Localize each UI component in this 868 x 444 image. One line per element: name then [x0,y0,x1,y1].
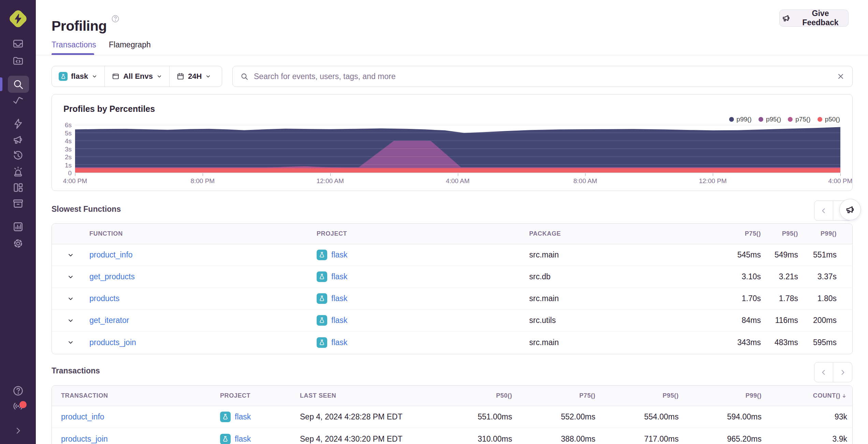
project-link[interactable]: flask [331,316,347,325]
sidebar-item-whats-new[interactable] [0,398,36,415]
y-axis-label: 1s [53,162,72,168]
column-header-project[interactable]: PROJECT [317,230,529,237]
p95-cell: 3.21s [761,272,798,281]
last-seen-cell: Sep 4, 2024 4:30:20 PM EDT [300,434,429,444]
p95-cell: 116ms [761,316,798,325]
legend-item[interactable]: p95() [758,116,781,123]
column-header-p95[interactable]: P95() [761,230,798,237]
x-axis-label: 12:00 AM [306,177,354,185]
project-link[interactable]: flask [331,338,347,347]
tab-flamegraph[interactable]: Flamegraph [109,40,151,49]
p99-cell: 1.80s [798,294,837,303]
percentiles-area-chart[interactable] [75,125,840,173]
sidebar-item-issues[interactable] [0,35,36,52]
column-header-p95[interactable]: P95() [595,392,679,399]
legend-label: p75() [795,116,810,123]
y-axis-label: 3s [53,146,72,152]
column-header-count[interactable]: COUNT() [762,392,847,399]
search-input[interactable] [253,72,832,82]
legend-dot [729,117,734,122]
expand-row-button[interactable] [52,295,89,302]
project-link[interactable]: flask [331,294,347,303]
function-link[interactable]: products_join [89,338,317,347]
date-range-filter[interactable]: 24H [170,66,218,87]
sidebar-item-dashboards[interactable] [0,179,36,196]
feedback-icon [845,205,855,215]
slowest-functions-table-header: FUNCTIONPROJECTPACKAGEP75()P95()P99() [52,224,852,244]
column-header-p75[interactable]: P75() [512,392,595,399]
project-link[interactable]: flask [235,412,251,421]
column-header-p75[interactable]: P75() [699,230,761,237]
p99-cell: 594.00ms [679,412,762,421]
transaction-row: product_infoflaskSep 4, 2024 4:28:28 PM … [52,406,852,428]
flask-project-icon [220,434,231,444]
sidebar-item-replays[interactable] [0,147,36,164]
expand-row-button[interactable] [52,339,89,346]
chevron-left-icon [820,368,828,376]
legend-item[interactable]: p99() [729,116,752,123]
expand-row-button[interactable] [52,317,89,324]
project-link[interactable]: flask [235,434,251,444]
column-header-transaction[interactable]: TRANSACTION [61,392,220,399]
function-link[interactable]: product_info [89,250,317,260]
function-link[interactable]: get_products [89,272,317,281]
flask-icon [318,295,326,302]
column-header-p99[interactable]: P99() [798,230,837,237]
project-link[interactable]: flask [331,250,347,260]
expand-row-button[interactable] [52,273,89,281]
chevron-down-icon [67,251,74,259]
project-filter[interactable]: flask [52,66,104,87]
legend-item[interactable]: p50() [818,116,840,123]
help-icon [111,14,120,23]
function-link[interactable]: products [89,294,317,303]
sidebar-item-explore[interactable] [0,76,36,93]
flask-project-icon [317,293,327,304]
help-icon[interactable] [111,14,120,23]
legend-item[interactable]: p75() [788,116,810,123]
package-cell: src.utils [529,316,699,325]
sidebar-item-traces[interactable] [0,92,36,109]
previous-page-button[interactable] [814,362,833,382]
sidebar-item-releases[interactable] [0,195,36,212]
column-header-package[interactable]: PACKAGE [529,230,699,237]
feedback-fab-button[interactable] [839,199,861,220]
column-header-p99[interactable]: P99() [679,392,762,399]
column-header-function[interactable]: FUNCTION [89,230,317,237]
previous-page-button[interactable] [814,201,833,221]
slowest-function-row: get_iteratorflasksrc.utils84ms116ms200ms [52,310,852,331]
environment-filter[interactable]: All Envs [105,66,169,87]
sidebar-item-stats[interactable] [0,218,36,235]
expand-row-button[interactable] [52,251,89,259]
transaction-link[interactable]: products_join [61,434,220,444]
window-icon [112,72,120,80]
package-cell: src.main [529,294,699,303]
next-page-button[interactable] [833,362,852,382]
sentry-logo[interactable] [9,10,27,28]
sidebar-item-collapse[interactable] [0,422,36,439]
stats-icon [12,221,24,233]
sidebar-item-feedback[interactable] [0,131,36,148]
close-icon[interactable] [837,72,845,80]
column-header-last-seen[interactable]: LAST SEEN [300,392,429,399]
project-link[interactable]: flask [331,272,347,281]
sidebar-item-settings[interactable] [0,235,36,252]
flask-icon [318,251,326,258]
package-cell: src.main [529,250,699,260]
flask-project-icon [317,271,327,282]
sidebar-item-help[interactable] [0,382,36,399]
give-feedback-button[interactable]: Give Feedback [779,10,849,27]
column-header-p50[interactable]: P50() [429,392,512,399]
collapse-icon [13,426,23,436]
area-series-p50 [75,168,840,173]
function-link[interactable]: get_iterator [89,316,317,325]
sidebar-item-projects[interactable] [0,52,36,69]
y-axis-label: 5s [53,130,72,136]
search-bar [232,66,853,87]
column-header-project[interactable]: PROJECT [220,392,300,399]
sidebar-item-alerts[interactable] [0,163,36,180]
close-icon [837,72,845,80]
transaction-link[interactable]: product_info [61,412,220,421]
tab-transactions[interactable]: Transactions [52,40,96,49]
p75-cell: 343ms [699,338,761,347]
sidebar-item-performance[interactable] [0,115,36,132]
